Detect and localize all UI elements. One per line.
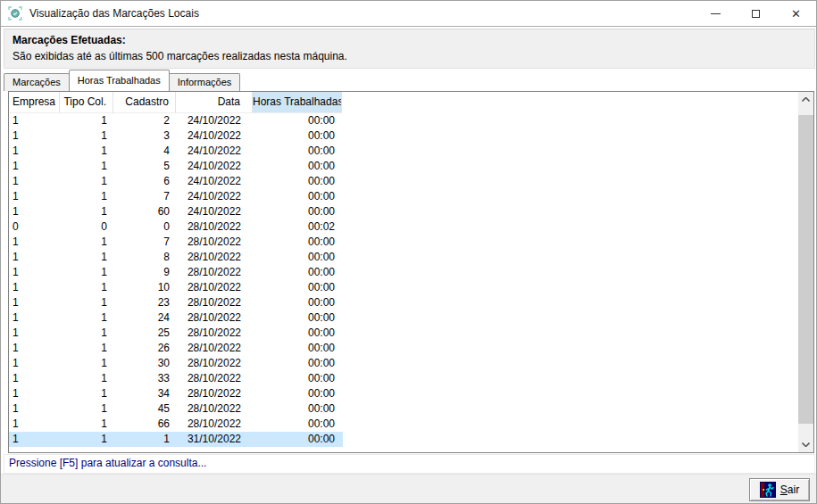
table-cell: 00:00 — [253, 417, 342, 432]
table-cell: 00:00 — [253, 128, 342, 144]
table-cell: 33 — [113, 371, 176, 386]
header-title: Marcações Efetuadas: — [13, 34, 126, 46]
table-cell: 28/10/2022 — [176, 401, 253, 417]
header-panel: Marcações Efetuadas: São exibidas até as… — [4, 29, 815, 69]
table-row[interactable]: 114528/10/202200:00 — [9, 401, 343, 417]
column-header-4[interactable]: Horas Trabalhadas — [253, 92, 342, 113]
table-cell: 24/10/2022 — [176, 113, 253, 128]
table-row[interactable]: 111028/10/202200:00 — [9, 280, 343, 295]
table-row[interactable]: 11728/10/202200:00 — [9, 235, 343, 250]
tab-informações[interactable]: Informações — [169, 73, 241, 91]
table-cell: 1 — [9, 280, 60, 295]
table-cell: 00:00 — [253, 250, 342, 265]
table-cell: 00:00 — [253, 280, 342, 295]
table-cell: 1 — [60, 235, 113, 250]
table-cell: 00:00 — [253, 295, 342, 310]
table-cell: 1 — [9, 189, 60, 204]
table-row[interactable]: 11324/10/202200:00 — [9, 128, 343, 144]
table-row[interactable]: 113328/10/202200:00 — [9, 371, 343, 386]
scroll-down-button[interactable] — [798, 437, 813, 452]
table-cell: 66 — [113, 417, 176, 432]
table-cell: 24/10/2022 — [176, 144, 253, 159]
table-row[interactable]: 113028/10/202200:00 — [9, 356, 343, 371]
table-cell: 1 — [60, 144, 113, 159]
column-header-3[interactable]: Data — [176, 92, 253, 113]
column-header-0[interactable]: Empresa — [9, 92, 60, 113]
table-cell: 1 — [9, 159, 60, 174]
table-row[interactable]: 113428/10/202200:00 — [9, 386, 343, 401]
table-cell: 1 — [60, 341, 113, 356]
exit-button[interactable]: Sair — [749, 478, 810, 501]
maximize-button[interactable] — [736, 1, 776, 26]
column-header-2[interactable]: Cadastro — [113, 92, 176, 113]
table-row[interactable]: 11424/10/202200:00 — [9, 144, 343, 159]
table-cell: 0 — [9, 219, 60, 235]
table-row[interactable]: 11224/10/202200:00 — [9, 113, 343, 128]
table-row[interactable]: 11928/10/202200:00 — [9, 265, 343, 280]
scrollbar-thumb[interactable] — [798, 115, 813, 424]
table-cell: 24 — [113, 310, 176, 326]
table-row[interactable]: 116628/10/202200:00 — [9, 417, 343, 432]
table-cell: 0 — [60, 219, 113, 235]
table-row[interactable]: 11724/10/202200:00 — [9, 189, 343, 204]
table-cell: 24/10/2022 — [176, 159, 253, 174]
table-row[interactable]: 00028/10/202200:02 — [9, 219, 343, 235]
table-cell: 1 — [9, 174, 60, 189]
table-cell: 00:00 — [253, 310, 342, 326]
table-cell: 31/10/2022 — [176, 432, 253, 447]
table-row[interactable]: 11828/10/202200:00 — [9, 250, 343, 265]
table-cell: 28/10/2022 — [176, 371, 253, 386]
tab-horas-trabalhadas[interactable]: Horas Trabalhadas — [69, 70, 170, 91]
vertical-scrollbar[interactable] — [798, 92, 813, 452]
table-cell: 28/10/2022 — [176, 417, 253, 432]
table-cell: 1 — [60, 189, 113, 204]
tab-marcações[interactable]: Marcações — [4, 73, 70, 91]
table-cell: 28/10/2022 — [176, 219, 253, 235]
table-cell: 24/10/2022 — [176, 174, 253, 189]
exit-door-running-icon — [760, 482, 776, 498]
minimize-button[interactable] — [696, 1, 736, 26]
table-row[interactable]: 11131/10/202200:00 — [9, 432, 343, 447]
table-cell: 00:00 — [253, 265, 342, 280]
table-row[interactable]: 112328/10/202200:00 — [9, 295, 343, 310]
table-cell: 28/10/2022 — [176, 356, 253, 371]
table-row[interactable]: 112428/10/202200:00 — [9, 310, 343, 326]
table-cell: 1 — [9, 386, 60, 401]
table-row[interactable]: 116024/10/202200:00 — [9, 204, 343, 219]
table-cell: 1 — [9, 113, 60, 128]
table-row[interactable]: 11624/10/202200:00 — [9, 174, 343, 189]
table-cell: 3 — [113, 128, 176, 144]
table-cell: 00:00 — [253, 113, 342, 128]
table-cell: 6 — [113, 174, 176, 189]
table-cell: 1 — [9, 295, 60, 310]
table-cell: 1 — [60, 265, 113, 280]
table-cell: 1 — [9, 265, 60, 280]
column-header-1[interactable]: Tipo Col. — [60, 92, 113, 113]
table-cell: 28/10/2022 — [176, 265, 253, 280]
table-cell: 4 — [113, 144, 176, 159]
table-row[interactable]: 112528/10/202200:00 — [9, 326, 343, 341]
table-cell: 1 — [9, 310, 60, 326]
table-cell: 1 — [60, 310, 113, 326]
table-cell: 0 — [113, 219, 176, 235]
close-button[interactable]: ✕ — [776, 1, 816, 26]
table-cell: 1 — [60, 174, 113, 189]
chevron-down-icon — [802, 442, 810, 447]
table-cell: 00:00 — [253, 144, 342, 159]
table-cell: 1 — [9, 204, 60, 219]
table-cell: 00:00 — [253, 204, 342, 219]
table-cell: 00:00 — [253, 432, 342, 447]
scroll-up-button[interactable] — [798, 92, 813, 107]
table-cell: 26 — [113, 341, 176, 356]
table-cell: 8 — [113, 250, 176, 265]
table-cell: 28/10/2022 — [176, 280, 253, 295]
table-row[interactable]: 11524/10/202200:00 — [9, 159, 343, 174]
window-title: Visualização das Marcações Locais — [29, 7, 199, 20]
table-cell: 25 — [113, 326, 176, 341]
table-row[interactable]: 112628/10/202200:00 — [9, 341, 343, 356]
table-cell: 1 — [9, 401, 60, 417]
table-cell: 45 — [113, 401, 176, 417]
table-cell: 1 — [9, 128, 60, 144]
table-cell: 7 — [113, 189, 176, 204]
table-cell: 1 — [9, 341, 60, 356]
